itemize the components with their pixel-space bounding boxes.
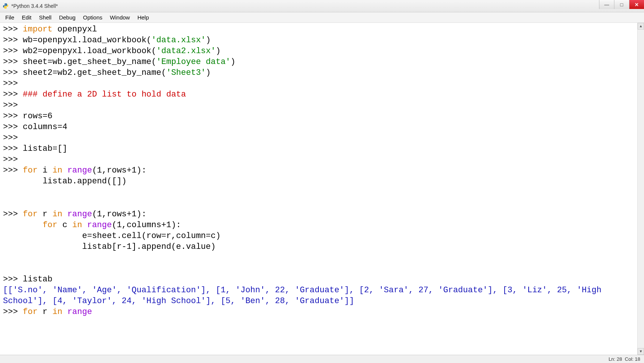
status-col: 18 xyxy=(635,356,640,362)
txt: i xyxy=(37,166,52,175)
scroll-up-arrow[interactable]: ▲ xyxy=(638,23,644,30)
prompt: >>> xyxy=(3,133,23,143)
txt: listab[r-1].append(e.value) xyxy=(3,242,216,251)
txt: (1,rows+1): xyxy=(92,210,146,219)
prompt: >>> xyxy=(3,79,23,88)
prompt: >>> xyxy=(3,144,23,153)
prompt: >>> xyxy=(3,166,23,175)
python-icon xyxy=(2,3,9,9)
str: 'data.xlsx' xyxy=(151,36,206,45)
window-title: *Python 3.4.4 Shell* xyxy=(11,3,58,9)
txt xyxy=(62,166,67,175)
txt: rows=6 xyxy=(23,112,52,121)
txt: ) xyxy=(216,46,221,56)
txt: wb2=openpyxl.load_workbook( xyxy=(23,46,156,56)
menu-help[interactable]: Help xyxy=(134,13,153,22)
txt: columns=4 xyxy=(23,122,67,132)
prompt: >>> xyxy=(3,46,23,56)
str: 'data2.xlsx' xyxy=(156,46,215,56)
kw-in: in xyxy=(52,210,62,219)
txt: ) xyxy=(206,36,211,45)
kw-range: range xyxy=(67,210,92,219)
prompt: >>> xyxy=(3,101,23,110)
txt: (1,rows+1): xyxy=(92,166,146,175)
kw-in: in xyxy=(52,166,62,175)
menu-shell[interactable]: Shell xyxy=(35,13,55,22)
str: 'Sheet3' xyxy=(166,68,206,77)
txt: listab xyxy=(23,275,52,284)
prompt: >>> xyxy=(3,275,23,284)
prompt: >>> xyxy=(3,36,23,45)
txt: openpyxl xyxy=(52,25,97,34)
shell-editor[interactable]: >>> import openpyxl >>> wb=openpyxl.load… xyxy=(0,23,637,355)
kw-for: for xyxy=(43,220,58,230)
window-controls: — □ ✕ xyxy=(599,0,644,9)
menu-bar: File Edit Shell Debug Options Window Hel… xyxy=(0,12,644,23)
scroll-down-arrow[interactable]: ▼ xyxy=(638,348,644,355)
prompt: >>> xyxy=(3,25,23,34)
kw-import: import xyxy=(23,25,52,34)
txt: e=sheet.cell(row=r,column=c) xyxy=(3,231,221,241)
prompt: >>> xyxy=(3,307,23,317)
menu-debug[interactable]: Debug xyxy=(55,13,79,22)
kw-range: range xyxy=(67,166,92,175)
status-col-label: Col: xyxy=(625,356,634,362)
txt: listab=[] xyxy=(23,144,67,153)
menu-window[interactable]: Window xyxy=(106,13,133,22)
txt: ) xyxy=(206,68,211,77)
kw-in: in xyxy=(72,220,82,230)
txt: listab.append([]) xyxy=(3,177,127,186)
close-button[interactable]: ✕ xyxy=(629,0,644,9)
txt xyxy=(62,307,67,317)
txt: sheet=wb.get_sheet_by_name( xyxy=(23,57,156,67)
str: 'Employee data' xyxy=(156,57,230,67)
txt xyxy=(62,210,67,219)
kw-in: in xyxy=(52,307,62,317)
minimize-button[interactable]: — xyxy=(599,0,614,9)
txt: r xyxy=(37,307,52,317)
prompt: >>> xyxy=(3,68,23,77)
txt: c xyxy=(57,220,72,230)
prompt: >>> xyxy=(3,122,23,132)
kw-range: range xyxy=(67,307,92,317)
status-ln-label: Ln: xyxy=(608,356,615,362)
txt: ) xyxy=(230,57,235,67)
prompt: >>> xyxy=(3,210,23,219)
scroll-track[interactable] xyxy=(638,30,644,348)
prompt: >>> xyxy=(3,90,23,99)
kw-for: for xyxy=(23,166,38,175)
kw-for: for xyxy=(23,210,38,219)
status-bar: Ln: 28 Col: 18 xyxy=(0,355,644,363)
comment: ### define a 2D list to hold data xyxy=(23,90,186,99)
menu-file[interactable]: File xyxy=(1,13,18,22)
prompt: >>> xyxy=(3,112,23,121)
title-bar: *Python 3.4.4 Shell* — □ ✕ xyxy=(0,0,644,12)
txt xyxy=(82,220,87,230)
status-ln: 28 xyxy=(617,356,622,362)
txt: (1,columns+1): xyxy=(112,220,181,230)
menu-edit[interactable]: Edit xyxy=(18,13,35,22)
kw-range: range xyxy=(87,220,112,230)
prompt: >>> xyxy=(3,57,23,67)
kw-for: for xyxy=(23,307,38,317)
txt xyxy=(3,220,43,230)
txt: wb=openpyxl.load_workbook( xyxy=(23,36,151,45)
editor-wrap: >>> import openpyxl >>> wb=openpyxl.load… xyxy=(0,23,644,355)
output: [['S.no', 'Name', 'Age', 'Qualification'… xyxy=(3,286,607,306)
menu-options[interactable]: Options xyxy=(79,13,106,22)
vertical-scrollbar[interactable]: ▲ ▼ xyxy=(637,23,644,355)
txt: sheet2=wb2.get_sheet_by_name( xyxy=(23,68,166,77)
txt: r xyxy=(37,210,52,219)
maximize-button[interactable]: □ xyxy=(614,0,629,9)
prompt: >>> xyxy=(3,155,23,164)
